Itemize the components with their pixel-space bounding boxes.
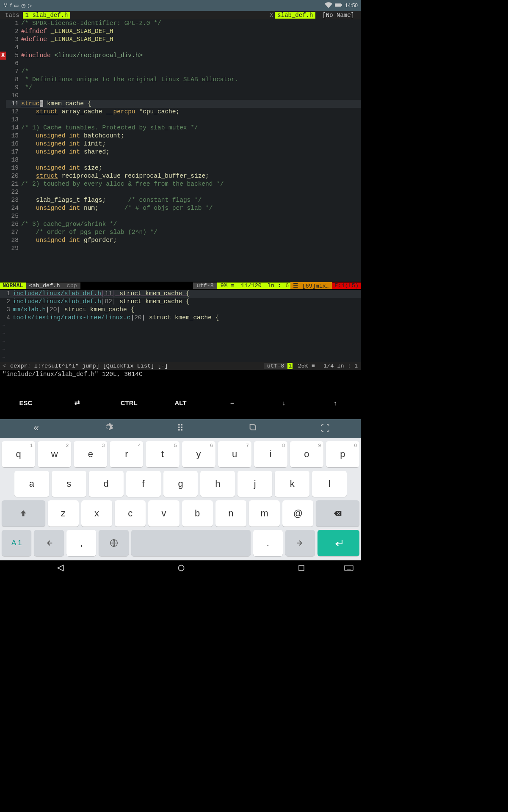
code-line[interactable]: 21/* 2) touched by every alloc & free fr… [0, 180, 361, 188]
key-w[interactable]: 2w [38, 441, 71, 467]
code-line[interactable]: 1/* SPDX-License-Identifier: GPL-2.0 */ [0, 19, 361, 27]
key-c[interactable]: c [115, 500, 146, 527]
vim-tabline[interactable]: tabs 1 slab_def.h X slab_def.h [No Name] [0, 11, 361, 19]
code-line[interactable]: 10 [0, 92, 361, 100]
key-q[interactable]: 1q [2, 441, 35, 467]
nav-home-icon[interactable] [177, 564, 185, 574]
code-line[interactable]: 27 /* order of pgs per slab (2^n) */ [0, 228, 361, 236]
code-line[interactable]: 15 unsigned int batchcount; [0, 132, 361, 140]
term-key-alt[interactable]: ALT [155, 399, 207, 406]
soft-keyboard: 1q2w3e4r5t6y7u8i9o0p asdfghjkl zxcvbnm@ … [0, 438, 361, 560]
code-line[interactable]: 16 unsigned int limit; [0, 140, 361, 148]
airline-percent: 9% ≡ [217, 283, 237, 289]
key-f[interactable]: f [126, 471, 161, 497]
gear-icon[interactable] [72, 422, 145, 435]
key-n[interactable]: n [215, 500, 246, 527]
code-line[interactable]: 25 [0, 212, 361, 220]
code-line[interactable]: 13 [0, 116, 361, 124]
key-shift[interactable] [2, 500, 45, 527]
airline-filetype: cpp [64, 283, 80, 289]
key-b[interactable]: b [182, 500, 213, 527]
key-l[interactable]: l [312, 471, 347, 497]
key-i[interactable]: 8i [254, 441, 287, 467]
term-key-↑[interactable]: ↑ [309, 399, 361, 406]
key-u[interactable]: 7u [218, 441, 251, 467]
key-p[interactable]: 0p [326, 441, 359, 467]
tab-close-x[interactable]: X [268, 12, 275, 19]
key-x[interactable]: x [81, 500, 112, 527]
key-g[interactable]: g [163, 471, 198, 497]
key-right[interactable] [285, 530, 315, 556]
qf-encoding: utf-8 [264, 363, 288, 369]
code-line[interactable]: 29 [0, 244, 361, 252]
code-line[interactable]: 18 [0, 156, 361, 164]
editor-pane[interactable]: 1/* SPDX-License-Identifier: GPL-2.0 */2… [0, 19, 361, 282]
code-line[interactable]: 23 slab_flags_t flags; /* constant flags… [0, 196, 361, 204]
key-d[interactable]: d [89, 471, 124, 497]
key-e[interactable]: 3e [74, 441, 107, 467]
term-key-–[interactable]: – [206, 399, 258, 406]
code-line[interactable]: 3#define _LINUX_SLAB_DEF_H [0, 36, 361, 44]
code-line[interactable]: 26/* 3) cache_grow/shrink */ [0, 220, 361, 228]
nav-keyboard-icon[interactable] [344, 565, 353, 573]
code-line[interactable]: 9 */ [0, 84, 361, 92]
quickfix-item[interactable]: 1include/linux/slab_def.h|11| struct kme… [0, 290, 361, 298]
code-line[interactable]: 7/* [0, 68, 361, 76]
term-key-ctrl[interactable]: CTRL [103, 399, 155, 406]
code-line[interactable]: 12 struct array_cache __percpu *cpu_cach… [0, 108, 361, 116]
nav-back-icon[interactable] [56, 564, 65, 574]
drag-handle-icon[interactable]: ⠿ [144, 423, 217, 434]
key-j[interactable]: j [237, 471, 272, 497]
key-space[interactable] [131, 530, 251, 556]
tab-active[interactable]: 1 slab_def.h [23, 12, 71, 19]
code-line[interactable]: 20 struct reciprocal_value reciprocal_bu… [0, 172, 361, 180]
key-globe[interactable] [99, 530, 128, 556]
key-o[interactable]: 9o [290, 441, 323, 467]
key-enter[interactable] [318, 530, 359, 556]
code-line[interactable]: 28 unsigned int gfporder; [0, 236, 361, 244]
code-line[interactable]: 4 [0, 44, 361, 52]
fullscreen-icon[interactable]: ⛶ [289, 423, 361, 434]
code-line[interactable]: 6 [0, 60, 361, 68]
key-z[interactable]: z [48, 500, 79, 527]
term-key-↓[interactable]: ↓ [258, 399, 309, 406]
key-y[interactable]: 6y [182, 441, 215, 467]
code-line[interactable]: 17 unsigned int shared; [0, 148, 361, 156]
code-line[interactable]: 24 unsigned int num; /* # of objs per sl… [0, 204, 361, 212]
svg-point-3 [178, 565, 184, 571]
key-symbols[interactable]: A 1 [2, 530, 31, 556]
code-line[interactable]: 14/* 1) Cache tunables. Protected by sla… [0, 124, 361, 132]
key-r[interactable]: 4r [110, 441, 143, 467]
kb-collapse-icon[interactable]: « [0, 423, 72, 434]
code-line[interactable]: 8 * Definitions unique to the original L… [0, 76, 361, 84]
key-t[interactable]: 5t [146, 441, 179, 467]
quickfix-item[interactable]: 3mm/slab.h|20| struct kmem_cache { [0, 306, 361, 314]
vim-airline: NORMAL <ab_def.h cpp utf-8 9% ≡ 11/120 l… [0, 282, 361, 290]
term-key-⇄[interactable]: ⇄ [52, 399, 103, 406]
qf-expr: cexpr! l:result^I^I" jump] [8, 363, 101, 369]
key-h[interactable]: h [200, 471, 235, 497]
code-line[interactable]: 11struct kmem_cache { [0, 100, 361, 108]
code-line[interactable]: 2#ifndef _LINUX_SLAB_DEF_H [0, 27, 361, 36]
key-backspace[interactable] [316, 500, 359, 527]
key-k[interactable]: k [275, 471, 309, 497]
tab-buffer-noname[interactable]: [No Name] [320, 12, 357, 19]
tab-buffer-1[interactable]: slab_def.h [275, 12, 315, 19]
quickfix-item[interactable]: 2include/linux/slub_def.h|82| struct kme… [0, 298, 361, 306]
key-period[interactable]: . [253, 530, 283, 556]
key-at[interactable]: @ [282, 500, 313, 527]
quickfix-pane[interactable]: 1include/linux/slab_def.h|11| struct kme… [0, 290, 361, 362]
code-line[interactable]: 22 [0, 188, 361, 196]
key-m[interactable]: m [249, 500, 280, 527]
quickfix-item[interactable]: 4tools/testing/radix-tree/linux.c|20| st… [0, 314, 361, 322]
key-v[interactable]: v [148, 500, 179, 527]
key-s[interactable]: s [52, 471, 86, 497]
code-line[interactable]: 19 unsigned int size; [0, 164, 361, 172]
nav-recent-icon[interactable] [298, 564, 305, 573]
key-left[interactable] [34, 530, 64, 556]
key-comma[interactable]: , [66, 530, 96, 556]
term-key-esc[interactable]: ESC [0, 399, 52, 406]
key-a[interactable]: a [14, 471, 49, 497]
code-line[interactable]: X5#include <linux/reciprocal_div.h> [0, 52, 361, 60]
clipboard-icon[interactable] [217, 422, 289, 435]
